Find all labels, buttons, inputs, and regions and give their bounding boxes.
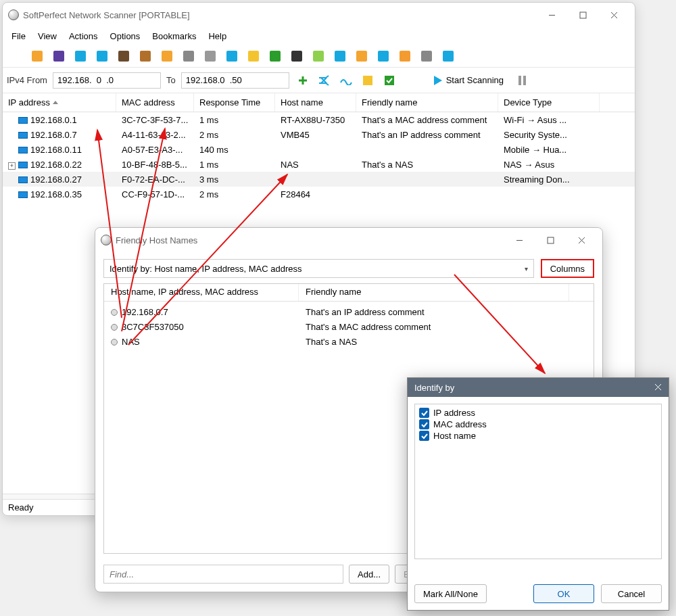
new-file-icon[interactable]: [7, 47, 24, 65]
device-icon: [18, 176, 28, 183]
checkbox-checked-icon[interactable]: [419, 408, 429, 418]
list-header[interactable]: Host name, IP address, MAC addressFriend…: [104, 284, 594, 302]
titlebar[interactable]: Friendly Host Names: [95, 228, 602, 252]
svg-rect-22: [400, 51, 410, 62]
svg-rect-5: [32, 51, 43, 62]
status-dot-icon: [111, 309, 118, 316]
add-range-button[interactable]: [295, 72, 311, 89]
close-button[interactable]: [598, 5, 629, 25]
filter-icon[interactable]: [180, 47, 197, 65]
start-scanning-button[interactable]: Start Scanning: [429, 75, 509, 85]
help-icon[interactable]: [418, 47, 435, 65]
window-title: SoftPerfect Network Scanner [PORTABLE]: [23, 10, 536, 20]
columns-button[interactable]: Columns: [541, 259, 594, 278]
column-host[interactable]: Host name: [275, 93, 356, 112]
titlebar[interactable]: Identify by: [408, 378, 669, 397]
column-device[interactable]: Device Type: [498, 93, 600, 112]
close-button[interactable]: [566, 230, 597, 250]
users-icon[interactable]: [396, 47, 414, 65]
menu-options[interactable]: Options: [104, 27, 147, 45]
open-folder-icon[interactable]: [28, 47, 46, 65]
table-row[interactable]: 192.168.0.7A4-11-63-13-2...2 msVMB45That…: [3, 127, 635, 142]
table-row[interactable]: 192.168.0.35CC-F9-57-1D-...2 msF28464: [3, 187, 635, 202]
table-row[interactable]: 192.168.0.27F0-72-EA-DC-...3 msStreaming…: [3, 172, 635, 187]
bulb-icon[interactable]: [245, 47, 262, 65]
ip-to-label: To: [166, 75, 176, 85]
column-key[interactable]: Host name, IP address, MAC address: [104, 284, 299, 301]
grid-body[interactable]: 192.168.0.13C-7C-3F-53-7...1 msRT-AX88U-…: [3, 112, 635, 202]
column-friendly[interactable]: Friendly name: [356, 93, 498, 112]
loop-button[interactable]: [338, 72, 354, 89]
list-remove-icon[interactable]: [72, 47, 89, 65]
shuffle-button[interactable]: [316, 72, 333, 89]
globe-icon[interactable]: [439, 47, 457, 65]
folder2-icon[interactable]: [353, 47, 370, 65]
clipboard-icon[interactable]: [137, 47, 154, 65]
checkbox-row[interactable]: Host name: [418, 430, 658, 442]
ip-to-input[interactable]: [181, 72, 289, 89]
menu-view[interactable]: View: [32, 27, 63, 45]
expand-icon[interactable]: +: [8, 162, 16, 170]
list-item[interactable]: 192.168.0.7That's an IP address comment: [104, 304, 594, 319]
check-button[interactable]: [381, 72, 397, 89]
mark-all-none-button[interactable]: Mark All/None: [414, 584, 487, 603]
gear-icon[interactable]: [331, 47, 349, 65]
tools-icon[interactable]: [201, 47, 219, 65]
status-dot-icon: [111, 339, 118, 346]
menu-file[interactable]: File: [5, 27, 32, 45]
column-friendly[interactable]: Friendly name: [299, 284, 569, 301]
chip-icon[interactable]: [266, 47, 284, 65]
menu-actions[interactable]: Actions: [63, 27, 104, 45]
svg-rect-11: [162, 51, 172, 62]
titlebar[interactable]: SoftPerfect Network Scanner [PORTABLE]: [3, 3, 635, 27]
folder-icon[interactable]: [158, 47, 176, 65]
minimize-button[interactable]: [504, 230, 535, 250]
save-icon[interactable]: [50, 47, 68, 65]
pause-button[interactable]: [514, 72, 531, 89]
ip-range-row: IPv4 From To Start Scanning: [3, 68, 635, 93]
grid-header[interactable]: IP addressMAC addressResponse TimeHost n…: [3, 93, 635, 112]
menu-bar: FileViewActionsOptionsBookmarksHelp: [3, 27, 635, 45]
device-icon: [18, 191, 28, 198]
menu-bookmarks[interactable]: Bookmarks: [146, 27, 202, 45]
add-button[interactable]: Add...: [349, 565, 389, 584]
column-resp[interactable]: Response Time: [194, 93, 275, 112]
svg-rect-20: [356, 51, 367, 62]
chart-icon[interactable]: [375, 47, 392, 65]
binoculars-icon[interactable]: [115, 47, 132, 65]
maximize-button[interactable]: [567, 5, 598, 25]
menu-help[interactable]: Help: [202, 27, 233, 45]
ok-button[interactable]: OK: [533, 584, 594, 603]
cancel-button[interactable]: Cancel: [601, 584, 662, 603]
monitor-ip-icon[interactable]: [223, 47, 241, 65]
column-mac[interactable]: MAC address: [116, 93, 194, 112]
list-item[interactable]: NASThat's a NAS: [104, 334, 594, 349]
note-button[interactable]: [360, 72, 376, 89]
find-input[interactable]: [103, 565, 343, 584]
svg-rect-13: [205, 51, 216, 62]
wmi-icon[interactable]: [288, 47, 306, 65]
checkbox-checked-icon[interactable]: [419, 431, 429, 441]
checkbox-row[interactable]: IP address: [418, 407, 658, 419]
checkbox-row[interactable]: MAC address: [418, 419, 658, 430]
sort-asc-icon: [53, 101, 58, 104]
close-button[interactable]: [654, 383, 662, 393]
note-icon[interactable]: [310, 47, 327, 65]
list-item[interactable]: 3C7C3F537050That's a MAC address comment: [104, 319, 594, 334]
minimize-button[interactable]: [536, 5, 567, 25]
identify-by-dialog: Identify by IP addressMAC addressHost na…: [407, 377, 669, 611]
maximize-button[interactable]: [535, 230, 566, 250]
svg-rect-23: [421, 51, 432, 62]
svg-rect-28: [385, 76, 394, 85]
identify-list[interactable]: IP addressMAC addressHost name: [414, 404, 662, 559]
table-row[interactable]: 192.168.0.11A0-57-E3-A3-...140 msMobile …: [3, 142, 635, 157]
table-row[interactable]: 192.168.0.13C-7C-3F-53-7...1 msRT-AX88U-…: [3, 112, 635, 127]
identify-by-combo[interactable]: Identify by: Host name, IP address, MAC …: [103, 259, 534, 278]
device-icon: [18, 162, 28, 168]
ip-from-input[interactable]: [53, 72, 161, 89]
checkbox-checked-icon[interactable]: [419, 419, 429, 429]
column-ip[interactable]: IP address: [3, 93, 116, 112]
app-icon: [101, 235, 112, 245]
list-add-icon[interactable]: [93, 47, 111, 65]
table-row[interactable]: +192.168.0.2210-BF-48-8B-5...1 msNASThat…: [3, 157, 635, 172]
